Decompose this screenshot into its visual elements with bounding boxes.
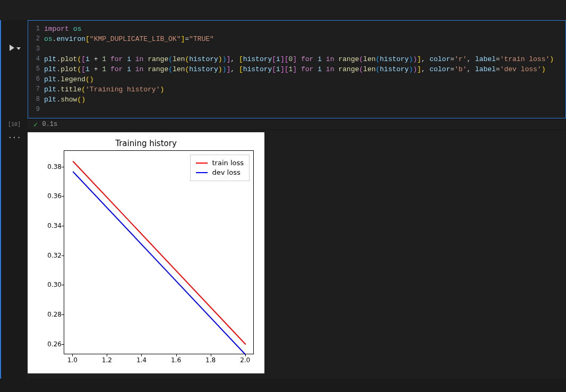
cell-run-button[interactable] [10,45,21,51]
x-tick-label: 1.8 [200,356,221,364]
play-icon [10,45,14,51]
cell-gutter [1,20,28,118]
legend-swatch [196,163,208,164]
output-cell: ··· Training history train lossdev loss … [0,130,566,379]
output-actions[interactable]: ··· [1,130,28,379]
legend-label: train loss [212,158,244,168]
chart-line [73,161,245,344]
x-tick-label: 2.0 [235,356,256,364]
chevron-down-icon [16,47,21,50]
code-content[interactable]: import osos.environ["KMP_DUPLICATE_LIB_O… [44,24,565,115]
y-tick-label: 0.38 [35,163,62,171]
execution-time: 0.1s [42,121,57,128]
x-tick-label: 1.0 [62,356,83,364]
chart-output: Training history train lossdev loss 0.26… [28,132,264,373]
y-tick-label: 0.28 [35,311,62,318]
code-editor[interactable]: 123456789 import osos.environ["KMP_DUPLI… [28,20,566,118]
chart-title: Training history [28,139,264,148]
execution-row: [10] ✓ 0.1s [0,118,566,130]
y-tick-label: 0.30 [35,281,62,288]
code-cell: 123456789 import osos.environ["KMP_DUPLI… [0,20,566,118]
y-tick-label: 0.36 [35,192,62,200]
legend-item: train loss [196,158,244,168]
legend-label: dev loss [212,168,240,177]
check-icon: ✓ [33,120,38,129]
chart-legend: train lossdev loss [190,155,250,181]
execution-counter: [10] [1,122,28,127]
chart-line [73,172,245,355]
x-tick-label: 1.2 [96,356,117,364]
x-tick-label: 1.4 [131,356,152,364]
legend-item: dev loss [196,168,244,177]
line-numbers: 123456789 [28,24,44,115]
y-tick-label: 0.26 [35,340,62,348]
legend-swatch [196,172,208,173]
y-tick-label: 0.34 [35,222,62,229]
x-tick-label: 1.6 [166,356,187,364]
y-tick-label: 0.32 [35,252,62,259]
